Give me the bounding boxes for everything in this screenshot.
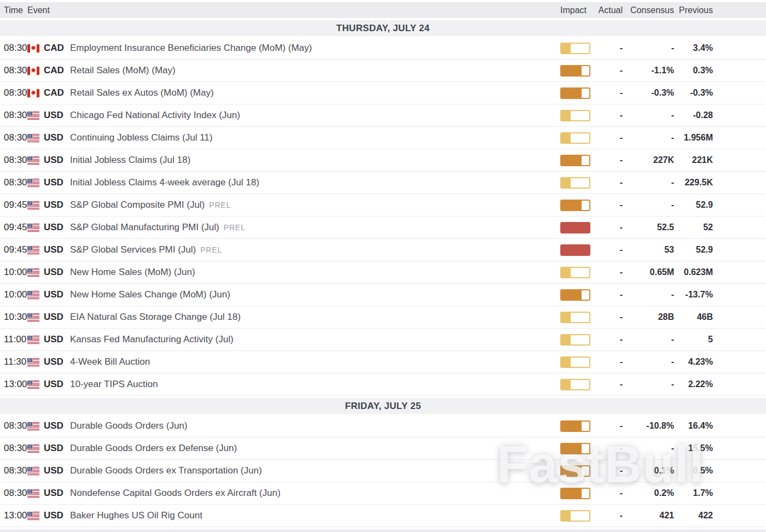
us-flag-canton xyxy=(27,512,33,516)
event-row[interactable]: 11:30 USD 4-Week Bill Auction - - 4.23% xyxy=(0,351,766,373)
event-row[interactable]: 08:30 USD Initial Jobless Claims (Jul 18… xyxy=(0,149,766,172)
event-row[interactable]: 10:00 USD New Home Sales Change (MoM) (J… xyxy=(0,284,766,306)
impact-bar xyxy=(560,155,590,166)
event-row[interactable]: 08:30 USD Durable Goods Orders ex Transp… xyxy=(0,460,766,482)
actual-value: - xyxy=(595,511,623,521)
flag-cell xyxy=(27,67,44,75)
event-row[interactable]: 13:00 USD 10-year TIPS Auction - - 2.22% xyxy=(0,373,766,396)
consensus-value: 0.65M xyxy=(623,267,674,277)
column-header-impact: Impact xyxy=(560,5,591,15)
event-name-cell: Retail Sales (MoM) (May) xyxy=(70,65,560,76)
event-row[interactable]: 08:30 USD Chicago Fed National Activity … xyxy=(0,104,766,127)
event-row[interactable]: 09:45 USD S&P Global Services PMI (Jul)P… xyxy=(0,239,766,261)
impact-fill xyxy=(561,422,582,431)
currency-code: USD xyxy=(44,356,70,367)
economic-calendar: Time Event Impact Actual Consensus Previ… xyxy=(0,2,766,532)
us-flag-canton xyxy=(27,291,33,295)
actual-value: - xyxy=(595,66,623,75)
impact-fill xyxy=(561,511,571,521)
event-row[interactable]: 08:30 USD Continuing Jobless Claims (Jul… xyxy=(0,127,766,149)
column-header-event: Event xyxy=(27,5,560,15)
impact-fill xyxy=(561,489,582,498)
us-flag-canton xyxy=(27,201,33,206)
currency-code: CAD xyxy=(44,43,70,54)
actual-value: - xyxy=(595,379,623,389)
day-separator: THURSDAY, JULY 24 xyxy=(0,20,766,36)
previous-value: 0.3% xyxy=(674,66,713,75)
consensus-value: 421 xyxy=(623,511,674,521)
day-label: FRIDAY, JULY 25 xyxy=(345,401,421,412)
event-row[interactable]: 11:00 USD Kansas Fed Manufacturing Activ… xyxy=(0,329,766,351)
impact-bar xyxy=(560,87,590,99)
event-name-cell: Nondefense Capital Goods Orders ex Aircr… xyxy=(70,488,560,499)
impact-fill xyxy=(561,178,571,188)
actual-value: - xyxy=(595,223,623,232)
actual-value: - xyxy=(595,312,623,322)
event-row[interactable]: 08:30 USD Nondefense Capital Goods Order… xyxy=(0,482,766,505)
impact-indicator xyxy=(560,65,591,77)
us-flag-icon xyxy=(27,268,39,277)
impact-indicator xyxy=(560,155,591,166)
event-row[interactable]: 09:45 USD S&P Global Manufacturing PMI (… xyxy=(0,217,766,239)
event-row[interactable]: 08:30 CAD Employment Insurance Beneficia… xyxy=(0,37,766,60)
event-name: 4-Week Bill Auction xyxy=(70,356,150,367)
event-name: Initial Jobless Claims 4-week average (J… xyxy=(70,177,259,188)
impact-indicator xyxy=(560,334,591,346)
actual-value: - xyxy=(595,290,623,300)
event-note: PREL xyxy=(200,245,222,254)
currency-code: USD xyxy=(44,110,70,121)
consensus-value: 52.5 xyxy=(623,223,674,232)
flag-cell xyxy=(27,134,44,142)
us-flag-icon xyxy=(27,112,39,120)
impact-indicator xyxy=(560,110,591,121)
currency-code: USD xyxy=(44,155,70,166)
event-row[interactable]: 08:30 USD Initial Jobless Claims 4-week … xyxy=(0,172,766,194)
us-flag-icon xyxy=(27,246,39,254)
us-flag-canton xyxy=(27,246,33,250)
event-time: 08:30 xyxy=(0,465,27,476)
event-row[interactable]: 13:00 USD Baker Hughes US Oil Rig Count … xyxy=(0,505,766,527)
impact-fill xyxy=(561,335,571,344)
event-time: 10:30 xyxy=(0,312,27,323)
actual-value: - xyxy=(595,245,623,255)
us-flag-canton xyxy=(27,445,33,449)
event-row[interactable]: 08:30 CAD Retail Sales ex Autos (MoM) (M… xyxy=(0,82,766,104)
impact-fill xyxy=(561,133,571,143)
flag-cell xyxy=(27,336,44,344)
event-name: Continuing Jobless Claims (Jul 11) xyxy=(70,132,212,143)
event-name-cell: New Home Sales Change (MoM) (Jun) xyxy=(70,289,560,300)
actual-value: - xyxy=(595,466,623,476)
consensus-value: - xyxy=(623,290,674,300)
flag-cell xyxy=(27,156,44,165)
currency-code: CAD xyxy=(44,65,70,76)
us-flag-canton xyxy=(27,268,33,273)
flag-cell xyxy=(27,291,44,299)
currency-code: CAD xyxy=(44,87,70,98)
impact-bar xyxy=(560,465,590,477)
impact-bar xyxy=(560,334,590,346)
event-time: 08:30 xyxy=(0,43,27,54)
impact-fill xyxy=(561,466,582,476)
event-time: 08:30 xyxy=(0,420,27,431)
event-name: EIA Natural Gas Storage Change (Jul 18) xyxy=(70,312,241,322)
event-time: 13:00 xyxy=(0,510,27,521)
event-row[interactable]: 08:30 USD Durable Goods Orders ex Defens… xyxy=(0,437,766,460)
event-name-cell: EIA Natural Gas Storage Change (Jul 18) xyxy=(70,312,560,323)
actual-value: - xyxy=(595,43,623,53)
flag-cell xyxy=(27,44,44,52)
previous-value: 5 xyxy=(674,335,713,344)
event-row[interactable]: 08:30 USD Durable Goods Orders (Jun) - -… xyxy=(0,415,766,437)
event-row[interactable]: 08:30 CAD Retail Sales (MoM) (May) - -1.… xyxy=(0,60,766,82)
impact-fill xyxy=(561,268,571,277)
currency-code: USD xyxy=(44,510,70,521)
impact-indicator xyxy=(560,132,591,144)
event-name-cell: Durable Goods Orders ex Defense (Jun) xyxy=(70,443,560,454)
impact-fill xyxy=(561,313,571,322)
flag-cell xyxy=(27,201,44,209)
event-row[interactable]: 10:30 USD EIA Natural Gas Storage Change… xyxy=(0,306,766,329)
consensus-value: - xyxy=(623,178,674,188)
day-separator: FRIDAY, JULY 25 xyxy=(0,398,766,414)
event-row[interactable]: 10:00 USD New Home Sales (MoM) (Jun) - 0… xyxy=(0,261,766,284)
event-row[interactable]: 09:45 USD S&P Global Composite PMI (Jul)… xyxy=(0,194,766,217)
event-time: 08:30 xyxy=(0,132,27,143)
